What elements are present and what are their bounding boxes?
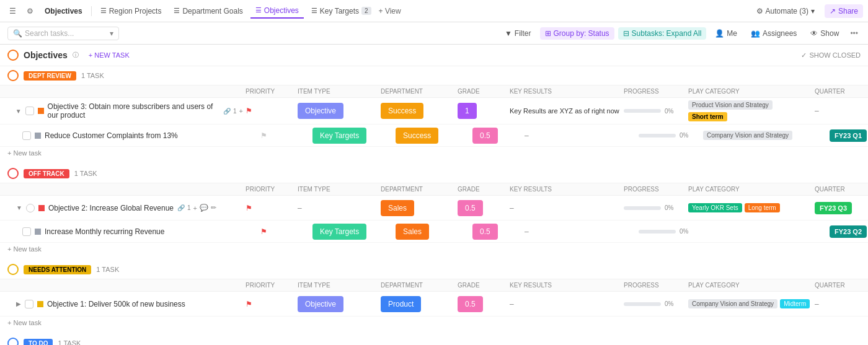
grade-badge[interactable]: 0.5 (472, 128, 498, 144)
show-closed[interactable]: ✓ SHOW CLOSED (801, 51, 861, 59)
new-task-btn[interactable]: + NEW TASK (89, 51, 130, 59)
grade-badge[interactable]: 0.5 (458, 200, 483, 216)
needs-attention-circle[interactable] (7, 264, 19, 275)
quarter-badge[interactable]: FY23 Q3 (815, 202, 852, 214)
add-task-btn-2[interactable]: + New task (0, 243, 868, 255)
item-type-badge[interactable]: Objective (298, 296, 343, 312)
play-category-cell: Product Vision and Strategy Short term (688, 100, 812, 121)
progress-text: 0% (680, 228, 688, 235)
progress-text: 0% (665, 300, 673, 307)
subtask-name-cell: Reduce Customer Complaints from 13% (22, 131, 258, 140)
subtask-checkbox[interactable] (22, 131, 31, 140)
search-box[interactable]: 🔍 Search tasks... ▾ (7, 27, 119, 40)
progress-text: 0% (680, 132, 688, 139)
progress-text: 0% (665, 108, 673, 115)
to-do-header: TO DO 1 TASK (0, 334, 868, 345)
dept-badge[interactable]: Sales (381, 200, 414, 216)
off-track-header: OFF TRACK 1 TASK (0, 164, 868, 183)
priority-flag[interactable]: ⚑ (260, 227, 267, 236)
settings-icon[interactable]: ⚙ (22, 4, 37, 19)
objectives-circle[interactable] (7, 50, 19, 61)
expand-arrow[interactable]: ▼ (16, 108, 22, 115)
item-type-cell: – (298, 204, 378, 212)
off-track-count: 1 TASK (74, 170, 97, 177)
play-badge-1[interactable]: Product Vision and Strategy (688, 100, 773, 110)
edit-icon[interactable]: ✏ (211, 204, 216, 212)
priority-flag[interactable]: ⚑ (260, 131, 267, 140)
tab-region-projects[interactable]: ☰ Region Projects (95, 4, 167, 18)
progress-bar (624, 206, 661, 210)
off-track-badge: OFF TRACK (24, 169, 69, 178)
tab-department-goals[interactable]: ☰ Department Goals (169, 4, 247, 18)
subtask-quarter-cell: FY23 Q1 (830, 131, 868, 140)
to-do-circle[interactable] (7, 338, 19, 345)
priority-flag[interactable]: ⚑ (246, 300, 252, 308)
subtask-name-text: Reduce Customer Complaints from 13% (45, 131, 178, 140)
play-badge-1[interactable]: Company Vision and Strategy (688, 299, 777, 308)
off-track-circle[interactable] (7, 168, 19, 179)
grade-badge[interactable]: 0.5 (472, 224, 498, 240)
quarter-badge[interactable]: FY23 Q1 (830, 129, 867, 142)
priority-flag[interactable]: ⚑ (246, 204, 252, 212)
group-by-btn[interactable]: ⊞ Group by: Status (540, 27, 614, 40)
dept-badge[interactable]: Product (381, 296, 421, 312)
grade-badge[interactable]: 1 (458, 103, 477, 119)
col-task (7, 88, 243, 95)
nav-separator (91, 6, 92, 16)
nav-app-title[interactable]: Objectives (40, 4, 87, 18)
play-badge-2[interactable]: Short term (688, 112, 727, 121)
dept-badge[interactable]: Success (381, 103, 423, 119)
comment-icon[interactable]: 💬 (200, 204, 208, 212)
item-type-badge[interactable]: Key Targets (312, 224, 366, 240)
add-subtask-icon[interactable]: + (239, 107, 243, 115)
add-view-btn[interactable]: + View (379, 7, 401, 15)
item-type-cell: Objective (298, 300, 378, 308)
task-name-cell: ▼ Objective 2: Increase Global Revenue 🔗… (7, 204, 243, 212)
dept-cell: Product (381, 300, 455, 308)
subtask-item-type-cell: Key Targets (312, 227, 393, 236)
expand-arrow[interactable]: ▶ (16, 300, 21, 307)
play-badge[interactable]: Company Vision and Strategy (703, 131, 792, 140)
add-task-btn-1[interactable]: + New task (0, 147, 868, 159)
more-options-btn[interactable]: ••• (848, 28, 861, 39)
share-btn[interactable]: ↗ Share (825, 4, 863, 18)
quarter-badge[interactable]: FY23 Q2 (830, 225, 867, 238)
subtasks-icon: ⊟ (623, 29, 629, 38)
subtask-square (35, 229, 41, 235)
automate-btn[interactable]: ⚙ Automate (3) ▾ (751, 4, 820, 18)
subtask-square (35, 133, 41, 139)
play-badge-2[interactable]: Midterm (780, 299, 810, 308)
filter-btn[interactable]: ▼ Filter (500, 27, 536, 40)
add-icon[interactable]: + (193, 204, 197, 212)
add-task-btn-3[interactable]: + New task (0, 317, 868, 329)
subtask-checkbox[interactable] (22, 227, 31, 236)
subtask-dept-cell: Sales (396, 227, 470, 236)
show-btn[interactable]: 👁 Show (805, 27, 844, 40)
task-name-text: Objective 3: Obtain more subscribers and… (48, 102, 219, 120)
dept-review-circle[interactable] (7, 70, 19, 81)
hamburger-icon[interactable]: ☰ (5, 4, 20, 19)
dept-badge[interactable]: Sales (396, 224, 429, 240)
grade-badge[interactable]: 0.5 (458, 296, 483, 312)
quarter-cell: FY23 Q3 (815, 204, 868, 212)
task-radio[interactable] (26, 204, 35, 212)
priority-flag[interactable]: ⚑ (246, 107, 252, 115)
key-results-text: Key Results are XYZ as of right now (510, 107, 619, 115)
me-btn[interactable]: 👤 Me (710, 27, 742, 40)
item-type-badge[interactable]: Objective (298, 103, 343, 119)
expand-arrow[interactable]: ▼ (16, 204, 22, 211)
info-icon[interactable]: ⓘ (73, 51, 79, 59)
assignees-btn[interactable]: 👥 Assignees (746, 27, 802, 40)
col-department: DEPARTMENT (381, 88, 455, 95)
task-checkbox[interactable] (25, 300, 33, 308)
play-badge-2[interactable]: Long term (745, 203, 780, 212)
tab-objectives[interactable]: ☰ Objectives (250, 4, 304, 19)
item-type-badge[interactable]: Key Targets (312, 128, 366, 144)
play-badge-1[interactable]: Yearly OKR Sets (688, 203, 742, 212)
share-icon: ↗ (830, 7, 836, 15)
subtasks-btn[interactable]: ⊟ Subtasks: Expand All (618, 27, 707, 40)
task-checkbox[interactable] (25, 107, 34, 115)
people-icon: 👥 (751, 29, 760, 38)
tab-key-targets[interactable]: ☰ Key Targets 2 (306, 4, 376, 18)
dept-badge[interactable]: Success (396, 128, 438, 144)
